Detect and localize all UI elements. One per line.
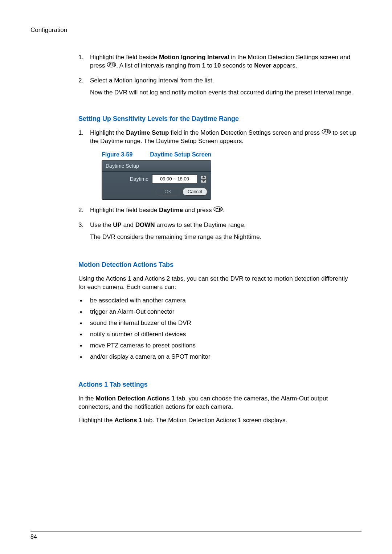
list-item: and/or display a camera on a SPOT monito… <box>78 353 356 361</box>
cancel-button[interactable]: Cancel <box>183 188 207 196</box>
enter-icon <box>322 129 331 137</box>
text-bold: UP <box>113 221 122 228</box>
list-item: 1. Highlight the field beside Motion Ign… <box>78 53 356 70</box>
text: Highlight the <box>90 129 126 136</box>
text-bold: Motion Ignoring Interval <box>159 54 229 61</box>
svg-rect-1 <box>113 63 113 66</box>
list-item: notify a number of different devices <box>78 330 356 339</box>
chevron-up-icon[interactable] <box>201 175 207 179</box>
svg-rect-2 <box>114 63 115 66</box>
follow-text: Now the DVR will not log and notify moti… <box>90 89 356 97</box>
daytime-input[interactable]: 09:00 ~ 18:00 <box>152 175 197 183</box>
figure-caption: Figure 3-59Daytime Setup Screen <box>90 151 356 159</box>
list-item: move PTZ cameras to preset positions <box>78 342 356 350</box>
chevron-down-icon[interactable] <box>201 179 207 183</box>
footer-divider <box>30 531 362 531</box>
item-number: 3. <box>78 221 83 229</box>
figure-number: Figure 3-59 <box>102 151 132 158</box>
dialog-title: Daytime Setup <box>102 160 211 172</box>
text: Highlight the field beside <box>90 207 159 213</box>
paragraph: In the Motion Detection Actions 1 tab, y… <box>78 395 356 411</box>
bullet-list: be associated with another camera trigge… <box>78 297 356 361</box>
ok-button[interactable]: OK <box>156 188 180 196</box>
daytime-label: Daytime <box>106 176 148 183</box>
text-bold: Daytime <box>159 207 183 213</box>
paragraph: Using the Actions 1 and Actions 2 tabs, … <box>78 275 356 292</box>
list-item: 1. Highlight the Daytime Setup field in … <box>78 129 356 200</box>
text: arrows to set the Daytime range. <box>155 221 246 228</box>
figure-title: Daytime Setup Screen <box>150 151 211 158</box>
section-heading: Motion Detection Actions Tabs <box>78 260 356 269</box>
text: Highlight the field beside <box>90 54 159 61</box>
list-item: 2. Highlight the field beside Daytime an… <box>78 206 356 215</box>
text: seconds to <box>221 62 254 69</box>
text: to <box>205 62 214 69</box>
section-heading: Setting Up Sensitivity Levels for the Da… <box>78 114 356 123</box>
paragraph: Highlight the Actions 1 tab. The Motion … <box>78 416 356 425</box>
svg-rect-4 <box>327 130 328 133</box>
follow-text: The DVR considers the remaining time ran… <box>90 233 356 241</box>
text: In the <box>78 395 95 402</box>
item-number: 2. <box>78 206 83 215</box>
item-number: 1. <box>78 53 83 62</box>
text: tab. The Motion Detection Actions 1 scre… <box>142 417 287 424</box>
text: and <box>122 221 135 228</box>
section-heading: Actions 1 Tab settings <box>78 380 356 389</box>
text: . <box>223 207 225 213</box>
list-item: 3. Use the UP and DOWN arrows to set the… <box>78 221 356 241</box>
item-number: 1. <box>78 129 83 137</box>
text-bold: 1 <box>202 62 205 69</box>
text-bold: DOWN <box>135 221 155 228</box>
text: . A list of intervals ranging from <box>116 62 202 69</box>
item-number: 2. <box>78 77 83 85</box>
list-item: trigger an Alarm-Out connector <box>78 308 356 316</box>
instruction-list-1: 1. Highlight the field beside Motion Ign… <box>78 53 356 97</box>
text-bold: Actions 1 <box>114 417 142 424</box>
text: Highlight the <box>78 417 114 424</box>
text-bold: Motion Detection Actions 1 <box>95 395 175 402</box>
svg-rect-8 <box>221 208 221 211</box>
text: and press <box>183 207 213 213</box>
enter-icon <box>213 206 223 215</box>
text-bold: 10 <box>214 62 221 69</box>
instruction-list-2: 1. Highlight the Daytime Setup field in … <box>78 129 356 241</box>
page-number: 84 <box>30 533 37 541</box>
list-item: 2. Select a Motion Ignoring Interval fro… <box>78 77 356 97</box>
page-header: Configuration <box>30 26 362 34</box>
text: field in the Motion Detection Settings s… <box>169 129 322 136</box>
svg-rect-5 <box>328 130 329 133</box>
list-item: sound the internal buzzer of the DVR <box>78 319 356 327</box>
text: appears. <box>271 62 297 69</box>
text: Select a Motion Ignoring Interval from t… <box>90 77 214 84</box>
text-bold: Daytime Setup <box>126 129 169 136</box>
text-bold: Never <box>254 62 271 69</box>
daytime-setup-dialog: Daytime Setup Daytime 09:00 ~ 18:00 OK C… <box>102 160 211 200</box>
time-stepper[interactable] <box>201 175 207 183</box>
list-item: be associated with another camera <box>78 297 356 305</box>
text: Use the <box>90 221 113 228</box>
svg-rect-7 <box>219 208 220 211</box>
enter-icon <box>107 62 116 70</box>
